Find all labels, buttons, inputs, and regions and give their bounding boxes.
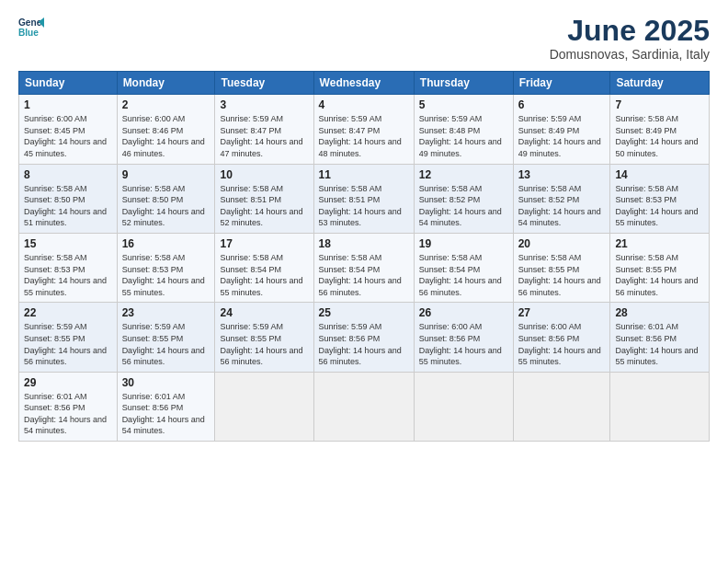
weekday-wednesday: Wednesday [313, 72, 414, 95]
calendar-cell: 9Sunrise: 5:58 AM Sunset: 8:50 PM Daylig… [117, 164, 215, 233]
calendar-cell: 19Sunrise: 5:58 AM Sunset: 8:54 PM Dayli… [414, 233, 513, 302]
calendar-cell: 28Sunrise: 6:01 AM Sunset: 8:56 PM Dayli… [610, 303, 710, 372]
calendar-week-4: 22Sunrise: 5:59 AM Sunset: 8:55 PM Dayli… [19, 303, 710, 372]
calendar-cell: 2Sunrise: 6:00 AM Sunset: 8:46 PM Daylig… [117, 95, 215, 164]
calendar-cell: 5Sunrise: 5:59 AM Sunset: 8:48 PM Daylig… [414, 95, 513, 164]
calendar-cell: 30Sunrise: 6:01 AM Sunset: 8:56 PM Dayli… [117, 372, 215, 441]
weekday-thursday: Thursday [414, 72, 513, 95]
calendar-week-1: 1Sunrise: 6:00 AM Sunset: 8:45 PM Daylig… [19, 95, 710, 164]
day-number: 10 [220, 168, 308, 181]
calendar-cell: 25Sunrise: 5:59 AM Sunset: 8:56 PM Dayli… [313, 303, 414, 372]
day-number: 13 [518, 168, 606, 181]
header: General Blue June 2025 Domusnovas, Sardi… [18, 15, 710, 62]
day-number: 2 [122, 98, 210, 111]
calendar-week-2: 8Sunrise: 5:58 AM Sunset: 8:50 PM Daylig… [19, 164, 710, 233]
cell-info: Sunrise: 5:58 AM Sunset: 8:55 PM Dayligh… [615, 252, 704, 298]
cell-info: Sunrise: 5:59 AM Sunset: 8:55 PM Dayligh… [24, 321, 112, 367]
day-number: 24 [220, 306, 308, 319]
cell-info: Sunrise: 5:58 AM Sunset: 8:50 PM Dayligh… [24, 183, 112, 229]
cell-info: Sunrise: 5:58 AM Sunset: 8:53 PM Dayligh… [615, 183, 704, 229]
calendar-cell: 3Sunrise: 5:59 AM Sunset: 8:47 PM Daylig… [215, 95, 313, 164]
cell-info: Sunrise: 5:58 AM Sunset: 8:54 PM Dayligh… [319, 252, 409, 298]
day-number: 8 [24, 168, 112, 181]
cell-info: Sunrise: 5:58 AM Sunset: 8:50 PM Dayligh… [122, 183, 210, 229]
cell-info: Sunrise: 5:58 AM Sunset: 8:52 PM Dayligh… [419, 183, 508, 229]
cell-info: Sunrise: 5:59 AM Sunset: 8:47 PM Dayligh… [319, 113, 409, 159]
logo: General Blue [18, 15, 44, 40]
day-number: 12 [419, 168, 508, 181]
calendar-cell: 15Sunrise: 5:58 AM Sunset: 8:53 PM Dayli… [19, 233, 118, 302]
calendar-cell: 17Sunrise: 5:58 AM Sunset: 8:54 PM Dayli… [215, 233, 313, 302]
day-number: 9 [122, 168, 210, 181]
day-number: 26 [419, 306, 508, 319]
day-number: 5 [419, 98, 508, 111]
cell-info: Sunrise: 5:59 AM Sunset: 8:55 PM Dayligh… [122, 321, 210, 367]
day-number: 21 [615, 237, 704, 250]
day-number: 3 [220, 98, 308, 111]
calendar-cell: 29Sunrise: 6:01 AM Sunset: 8:56 PM Dayli… [19, 372, 118, 441]
day-number: 6 [518, 98, 606, 111]
weekday-sunday: Sunday [19, 72, 118, 95]
calendar-cell [414, 372, 513, 441]
weekday-header-row: SundayMondayTuesdayWednesdayThursdayFrid… [19, 72, 710, 95]
calendar-cell: 7Sunrise: 5:58 AM Sunset: 8:49 PM Daylig… [610, 95, 710, 164]
calendar-cell: 16Sunrise: 5:58 AM Sunset: 8:53 PM Dayli… [117, 233, 215, 302]
weekday-saturday: Saturday [610, 72, 710, 95]
calendar-cell: 4Sunrise: 5:59 AM Sunset: 8:47 PM Daylig… [313, 95, 414, 164]
day-number: 25 [319, 306, 409, 319]
cell-info: Sunrise: 5:58 AM Sunset: 8:49 PM Dayligh… [615, 113, 704, 159]
cell-info: Sunrise: 5:58 AM Sunset: 8:51 PM Dayligh… [319, 183, 409, 229]
page: General Blue June 2025 Domusnovas, Sardi… [0, 0, 728, 563]
day-number: 29 [24, 376, 112, 389]
calendar-cell: 8Sunrise: 5:58 AM Sunset: 8:50 PM Daylig… [19, 164, 118, 233]
cell-info: Sunrise: 6:00 AM Sunset: 8:56 PM Dayligh… [419, 321, 508, 367]
location-subtitle: Domusnovas, Sardinia, Italy [550, 47, 710, 62]
day-number: 17 [220, 237, 308, 250]
weekday-monday: Monday [117, 72, 215, 95]
calendar-cell [513, 372, 610, 441]
cell-info: Sunrise: 5:58 AM Sunset: 8:51 PM Dayligh… [220, 183, 308, 229]
day-number: 19 [419, 237, 508, 250]
calendar-cell: 27Sunrise: 6:00 AM Sunset: 8:56 PM Dayli… [513, 303, 610, 372]
day-number: 28 [615, 306, 704, 319]
cell-info: Sunrise: 5:59 AM Sunset: 8:47 PM Dayligh… [220, 113, 308, 159]
day-number: 14 [615, 168, 704, 181]
weekday-friday: Friday [513, 72, 610, 95]
calendar-cell: 10Sunrise: 5:58 AM Sunset: 8:51 PM Dayli… [215, 164, 313, 233]
calendar-cell [215, 372, 313, 441]
calendar-cell: 20Sunrise: 5:58 AM Sunset: 8:55 PM Dayli… [513, 233, 610, 302]
calendar-cell: 11Sunrise: 5:58 AM Sunset: 8:51 PM Dayli… [313, 164, 414, 233]
logo-icon: General Blue [18, 15, 44, 40]
day-number: 4 [319, 98, 409, 111]
cell-info: Sunrise: 5:59 AM Sunset: 8:49 PM Dayligh… [518, 113, 606, 159]
cell-info: Sunrise: 6:00 AM Sunset: 8:46 PM Dayligh… [122, 113, 210, 159]
calendar-cell: 22Sunrise: 5:59 AM Sunset: 8:55 PM Dayli… [19, 303, 118, 372]
calendar-cell: 14Sunrise: 5:58 AM Sunset: 8:53 PM Dayli… [610, 164, 710, 233]
day-number: 1 [24, 98, 112, 111]
calendar-week-5: 29Sunrise: 6:01 AM Sunset: 8:56 PM Dayli… [19, 372, 710, 441]
cell-info: Sunrise: 5:58 AM Sunset: 8:52 PM Dayligh… [518, 183, 606, 229]
cell-info: Sunrise: 5:58 AM Sunset: 8:55 PM Dayligh… [518, 252, 606, 298]
day-number: 30 [122, 376, 210, 389]
day-number: 27 [518, 306, 606, 319]
cell-info: Sunrise: 5:59 AM Sunset: 8:56 PM Dayligh… [319, 321, 409, 367]
calendar-cell: 26Sunrise: 6:00 AM Sunset: 8:56 PM Dayli… [414, 303, 513, 372]
weekday-tuesday: Tuesday [215, 72, 313, 95]
cell-info: Sunrise: 5:59 AM Sunset: 8:48 PM Dayligh… [419, 113, 508, 159]
calendar-cell: 6Sunrise: 5:59 AM Sunset: 8:49 PM Daylig… [513, 95, 610, 164]
day-number: 15 [24, 237, 112, 250]
month-title: June 2025 [550, 15, 710, 47]
calendar-cell: 18Sunrise: 5:58 AM Sunset: 8:54 PM Dayli… [313, 233, 414, 302]
cell-info: Sunrise: 5:58 AM Sunset: 8:53 PM Dayligh… [24, 252, 112, 298]
cell-info: Sunrise: 6:00 AM Sunset: 8:45 PM Dayligh… [24, 113, 112, 159]
cell-info: Sunrise: 6:01 AM Sunset: 8:56 PM Dayligh… [122, 391, 210, 437]
calendar-table: SundayMondayTuesdayWednesdayThursdayFrid… [18, 71, 710, 442]
day-number: 22 [24, 306, 112, 319]
day-number: 18 [319, 237, 409, 250]
day-number: 16 [122, 237, 210, 250]
calendar-cell: 12Sunrise: 5:58 AM Sunset: 8:52 PM Dayli… [414, 164, 513, 233]
cell-info: Sunrise: 5:59 AM Sunset: 8:55 PM Dayligh… [220, 321, 308, 367]
calendar-cell [610, 372, 710, 441]
cell-info: Sunrise: 5:58 AM Sunset: 8:54 PM Dayligh… [220, 252, 308, 298]
cell-info: Sunrise: 5:58 AM Sunset: 8:54 PM Dayligh… [419, 252, 508, 298]
